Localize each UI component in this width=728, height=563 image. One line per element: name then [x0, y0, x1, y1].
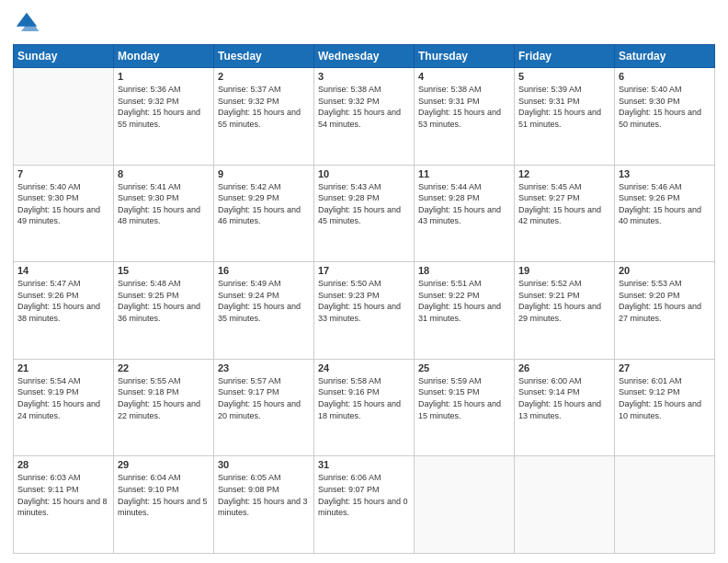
calendar-cell: 20Sunrise: 5:53 AMSunset: 9:20 PMDayligh… [615, 262, 715, 360]
cell-info: Sunrise: 5:38 AMSunset: 9:32 PMDaylight:… [318, 84, 410, 130]
cell-info: Sunrise: 6:00 AMSunset: 9:14 PMDaylight:… [518, 375, 610, 421]
cell-info: Sunrise: 5:41 AMSunset: 9:30 PMDaylight:… [118, 181, 210, 227]
calendar-cell: 10Sunrise: 5:43 AMSunset: 9:28 PMDayligh… [314, 165, 415, 262]
cell-info: Sunrise: 5:51 AMSunset: 9:22 PMDaylight:… [418, 278, 510, 324]
cell-info: Sunrise: 5:38 AMSunset: 9:31 PMDaylight:… [418, 84, 510, 130]
cell-date: 31 [318, 459, 410, 470]
day-header: Friday [515, 45, 615, 68]
calendar-cell: 16Sunrise: 5:49 AMSunset: 9:24 PMDayligh… [214, 262, 314, 360]
calendar-cell [14, 68, 114, 166]
calendar-cell: 1Sunrise: 5:36 AMSunset: 9:32 PMDaylight… [114, 68, 214, 166]
cell-info: Sunrise: 6:03 AMSunset: 9:11 PMDaylight:… [17, 472, 109, 518]
cell-date: 20 [619, 265, 711, 276]
calendar-cell: 2Sunrise: 5:37 AMSunset: 9:32 PMDaylight… [214, 68, 314, 166]
cell-info: Sunrise: 5:40 AMSunset: 9:30 PMDaylight:… [17, 181, 109, 227]
cell-date: 23 [218, 362, 310, 373]
cell-info: Sunrise: 5:50 AMSunset: 9:23 PMDaylight:… [318, 278, 410, 324]
calendar-page: SundayMondayTuesdayWednesdayThursdayFrid… [0, 0, 728, 563]
day-header: Thursday [415, 45, 515, 68]
calendar-week-row: 1Sunrise: 5:36 AMSunset: 9:32 PMDaylight… [14, 68, 715, 166]
calendar-cell: 13Sunrise: 5:46 AMSunset: 9:26 PMDayligh… [615, 165, 715, 262]
cell-date: 11 [418, 168, 510, 179]
cell-info: Sunrise: 5:46 AMSunset: 9:26 PMDaylight:… [619, 181, 711, 227]
cell-info: Sunrise: 5:42 AMSunset: 9:29 PMDaylight:… [218, 181, 310, 227]
calendar-cell: 4Sunrise: 5:38 AMSunset: 9:31 PMDaylight… [415, 68, 515, 166]
cell-info: Sunrise: 5:52 AMSunset: 9:21 PMDaylight:… [518, 278, 610, 324]
cell-date: 27 [619, 362, 711, 373]
cell-info: Sunrise: 5:49 AMSunset: 9:24 PMDaylight:… [218, 278, 310, 324]
cell-info: Sunrise: 6:06 AMSunset: 9:07 PMDaylight:… [318, 472, 410, 518]
cell-info: Sunrise: 5:44 AMSunset: 9:28 PMDaylight:… [418, 181, 510, 227]
calendar-cell: 8Sunrise: 5:41 AMSunset: 9:30 PMDaylight… [114, 165, 214, 262]
calendar-week-row: 21Sunrise: 5:54 AMSunset: 9:19 PMDayligh… [14, 359, 715, 456]
calendar-week-row: 7Sunrise: 5:40 AMSunset: 9:30 PMDaylight… [14, 165, 715, 262]
calendar-cell: 6Sunrise: 5:40 AMSunset: 9:30 PMDaylight… [615, 68, 715, 166]
calendar-cell: 28Sunrise: 6:03 AMSunset: 9:11 PMDayligh… [14, 456, 114, 554]
cell-date: 22 [118, 362, 210, 373]
cell-info: Sunrise: 5:37 AMSunset: 9:32 PMDaylight:… [218, 84, 310, 130]
cell-date: 30 [218, 459, 310, 470]
cell-date: 8 [118, 168, 210, 179]
cell-date: 13 [619, 168, 711, 179]
cell-date: 12 [518, 168, 610, 179]
cell-info: Sunrise: 5:43 AMSunset: 9:28 PMDaylight:… [318, 181, 410, 227]
calendar-week-row: 14Sunrise: 5:47 AMSunset: 9:26 PMDayligh… [14, 262, 715, 360]
cell-date: 16 [218, 265, 310, 276]
calendar-cell: 29Sunrise: 6:04 AMSunset: 9:10 PMDayligh… [114, 456, 214, 554]
calendar-table: SundayMondayTuesdayWednesdayThursdayFrid… [13, 44, 715, 554]
cell-date: 14 [17, 265, 109, 276]
cell-info: Sunrise: 5:55 AMSunset: 9:18 PMDaylight:… [118, 375, 210, 421]
calendar-cell: 3Sunrise: 5:38 AMSunset: 9:32 PMDaylight… [314, 68, 415, 166]
calendar-cell: 18Sunrise: 5:51 AMSunset: 9:22 PMDayligh… [415, 262, 515, 360]
cell-date: 26 [518, 362, 610, 373]
calendar-header-row: SundayMondayTuesdayWednesdayThursdayFrid… [14, 45, 715, 68]
calendar-cell [615, 456, 715, 554]
cell-info: Sunrise: 5:45 AMSunset: 9:27 PMDaylight:… [518, 181, 610, 227]
calendar-cell: 22Sunrise: 5:55 AMSunset: 9:18 PMDayligh… [114, 359, 214, 456]
cell-info: Sunrise: 5:40 AMSunset: 9:30 PMDaylight:… [619, 84, 711, 130]
calendar-cell: 14Sunrise: 5:47 AMSunset: 9:26 PMDayligh… [14, 262, 114, 360]
cell-info: Sunrise: 6:01 AMSunset: 9:12 PMDaylight:… [619, 375, 711, 421]
day-header: Monday [114, 45, 214, 68]
calendar-cell: 12Sunrise: 5:45 AMSunset: 9:27 PMDayligh… [515, 165, 615, 262]
cell-info: Sunrise: 6:04 AMSunset: 9:10 PMDaylight:… [118, 472, 210, 518]
calendar-cell [515, 456, 615, 554]
calendar-cell: 19Sunrise: 5:52 AMSunset: 9:21 PMDayligh… [515, 262, 615, 360]
cell-info: Sunrise: 5:54 AMSunset: 9:19 PMDaylight:… [17, 375, 109, 421]
cell-date: 19 [518, 265, 610, 276]
cell-info: Sunrise: 6:05 AMSunset: 9:08 PMDaylight:… [218, 472, 310, 518]
cell-info: Sunrise: 5:53 AMSunset: 9:20 PMDaylight:… [619, 278, 711, 324]
cell-date: 1 [118, 71, 210, 82]
cell-date: 10 [318, 168, 410, 179]
cell-info: Sunrise: 5:48 AMSunset: 9:25 PMDaylight:… [118, 278, 210, 324]
calendar-cell: 25Sunrise: 5:59 AMSunset: 9:15 PMDayligh… [415, 359, 515, 456]
cell-info: Sunrise: 5:59 AMSunset: 9:15 PMDaylight:… [418, 375, 510, 421]
cell-date: 7 [17, 168, 109, 179]
cell-date: 2 [218, 71, 310, 82]
calendar-cell: 24Sunrise: 5:58 AMSunset: 9:16 PMDayligh… [314, 359, 415, 456]
cell-date: 28 [17, 459, 109, 470]
cell-info: Sunrise: 5:58 AMSunset: 9:16 PMDaylight:… [318, 375, 410, 421]
calendar-cell: 7Sunrise: 5:40 AMSunset: 9:30 PMDaylight… [14, 165, 114, 262]
cell-date: 9 [218, 168, 310, 179]
day-header: Saturday [615, 45, 715, 68]
cell-date: 24 [318, 362, 410, 373]
calendar-cell: 27Sunrise: 6:01 AMSunset: 9:12 PMDayligh… [615, 359, 715, 456]
cell-date: 6 [619, 71, 711, 82]
calendar-cell [415, 456, 515, 554]
calendar-cell: 21Sunrise: 5:54 AMSunset: 9:19 PMDayligh… [14, 359, 114, 456]
calendar-cell: 9Sunrise: 5:42 AMSunset: 9:29 PMDaylight… [214, 165, 314, 262]
logo [13, 9, 44, 37]
logo-icon [13, 9, 40, 37]
cell-info: Sunrise: 5:36 AMSunset: 9:32 PMDaylight:… [118, 84, 210, 130]
cell-date: 15 [118, 265, 210, 276]
day-header: Tuesday [214, 45, 314, 68]
cell-info: Sunrise: 5:47 AMSunset: 9:26 PMDaylight:… [17, 278, 109, 324]
cell-date: 21 [17, 362, 109, 373]
cell-date: 29 [118, 459, 210, 470]
cell-info: Sunrise: 5:39 AMSunset: 9:31 PMDaylight:… [518, 84, 610, 130]
day-header: Wednesday [314, 45, 415, 68]
calendar-cell: 11Sunrise: 5:44 AMSunset: 9:28 PMDayligh… [415, 165, 515, 262]
calendar-week-row: 28Sunrise: 6:03 AMSunset: 9:11 PMDayligh… [14, 456, 715, 554]
cell-info: Sunrise: 5:57 AMSunset: 9:17 PMDaylight:… [218, 375, 310, 421]
